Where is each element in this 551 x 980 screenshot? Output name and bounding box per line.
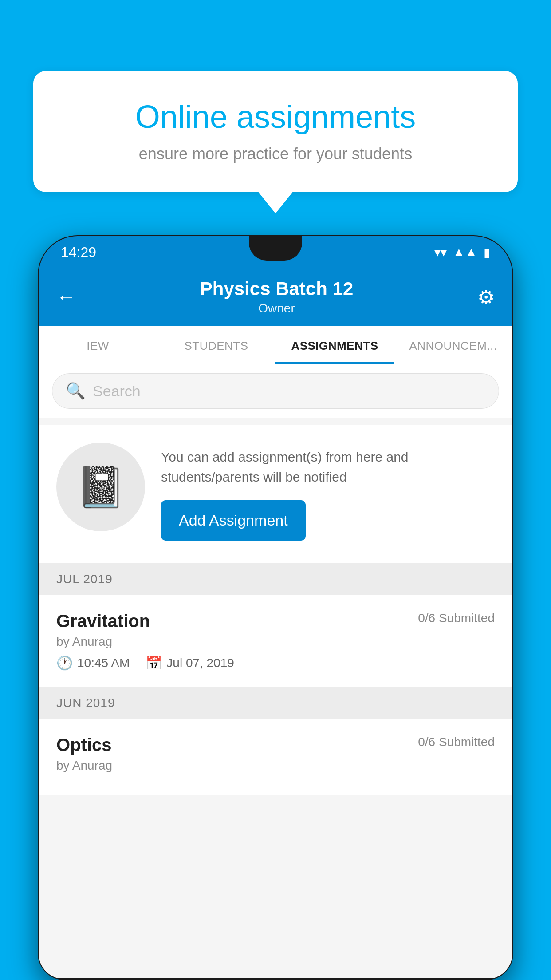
assignment-submitted-optics: 0/6 Submitted bbox=[418, 735, 495, 749]
tab-announcements[interactable]: ANNOUNCEM... bbox=[394, 326, 512, 364]
assignment-top-optics: Optics 0/6 Submitted bbox=[56, 735, 495, 755]
content-area: 🔍 Search 📓 You can add assignment(s) fro… bbox=[39, 364, 512, 978]
meta-time-gravitation: 🕐 10:45 AM bbox=[56, 655, 130, 671]
promo-content: You can add assignment(s) from here and … bbox=[161, 443, 495, 541]
status-time: 14:29 bbox=[61, 244, 96, 261]
assignment-date-gravitation: Jul 07, 2019 bbox=[166, 656, 234, 670]
header-title-block: Physics Batch 12 Owner bbox=[200, 278, 354, 316]
assignment-by-optics: by Anurag bbox=[56, 759, 495, 773]
assignment-submitted-gravitation: 0/6 Submitted bbox=[418, 611, 495, 625]
calendar-icon: 📅 bbox=[146, 655, 162, 671]
add-assignment-button[interactable]: Add Assignment bbox=[161, 500, 306, 541]
section-jul-2019: JUL 2019 bbox=[39, 563, 512, 595]
promo-description: You can add assignment(s) from here and … bbox=[161, 447, 495, 487]
status-icons: ▾▾ ▲▲ ▮ bbox=[434, 245, 490, 260]
meta-date-gravitation: 📅 Jul 07, 2019 bbox=[146, 655, 234, 671]
assignment-time-gravitation: 10:45 AM bbox=[77, 656, 130, 670]
notebook-icon: 📓 bbox=[76, 464, 126, 510]
promo-icon-circle: 📓 bbox=[56, 443, 145, 531]
back-button[interactable]: ← bbox=[56, 286, 76, 308]
notch bbox=[249, 236, 302, 261]
assignment-title-gravitation: Gravitation bbox=[56, 611, 150, 631]
status-bar: 14:29 ▾▾ ▲▲ ▮ bbox=[39, 236, 512, 268]
tabs-bar: IEW STUDENTS ASSIGNMENTS ANNOUNCEM... bbox=[39, 326, 512, 364]
assignment-by-gravitation: by Anurag bbox=[56, 635, 495, 649]
header-subtitle: Owner bbox=[200, 301, 354, 316]
assignment-meta-gravitation: 🕐 10:45 AM 📅 Jul 07, 2019 bbox=[56, 655, 495, 671]
promo-card: 📓 You can add assignment(s) from here an… bbox=[39, 425, 512, 563]
section-jun-2019: JUN 2019 bbox=[39, 687, 512, 719]
search-icon: 🔍 bbox=[66, 382, 86, 400]
signal-icon: ▲▲ bbox=[453, 245, 477, 259]
app-header: ← Physics Batch 12 Owner ⚙ bbox=[39, 268, 512, 326]
settings-button[interactable]: ⚙ bbox=[477, 286, 495, 308]
wifi-icon: ▾▾ bbox=[434, 245, 447, 260]
tab-students[interactable]: STUDENTS bbox=[157, 326, 276, 364]
tab-assignments[interactable]: ASSIGNMENTS bbox=[276, 326, 394, 364]
search-bar[interactable]: 🔍 Search bbox=[52, 373, 499, 409]
phone-inner: 14:29 ▾▾ ▲▲ ▮ ← Physics Batch 12 Owner ⚙… bbox=[39, 236, 512, 979]
header-title: Physics Batch 12 bbox=[200, 278, 354, 300]
assignment-optics[interactable]: Optics 0/6 Submitted by Anurag bbox=[39, 719, 512, 795]
search-placeholder: Search bbox=[93, 383, 141, 400]
bubble-subtitle: ensure more practice for your students bbox=[64, 145, 487, 163]
assignment-top: Gravitation 0/6 Submitted bbox=[56, 611, 495, 631]
assignment-title-optics: Optics bbox=[56, 735, 111, 755]
speech-bubble: Online assignments ensure more practice … bbox=[33, 71, 518, 192]
speech-bubble-container: Online assignments ensure more practice … bbox=[33, 71, 518, 192]
assignment-gravitation[interactable]: Gravitation 0/6 Submitted by Anurag 🕐 10… bbox=[39, 595, 512, 687]
clock-icon: 🕐 bbox=[56, 655, 73, 671]
phone-frame: 14:29 ▾▾ ▲▲ ▮ ← Physics Batch 12 Owner ⚙… bbox=[38, 235, 513, 980]
tab-iew[interactable]: IEW bbox=[39, 326, 157, 364]
search-bar-wrap: 🔍 Search bbox=[39, 364, 512, 418]
battery-icon: ▮ bbox=[484, 245, 490, 260]
bubble-title: Online assignments bbox=[64, 98, 487, 136]
